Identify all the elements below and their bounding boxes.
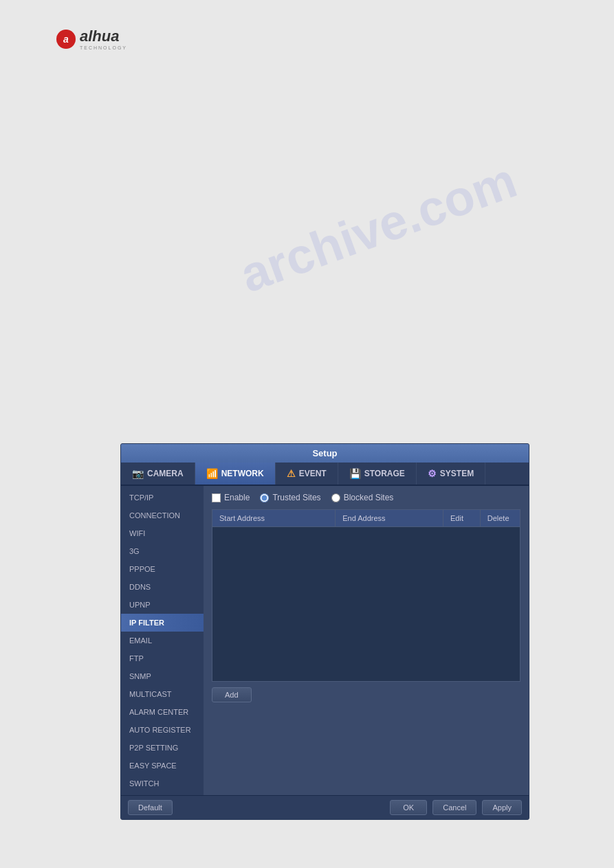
sidebar-item-email[interactable]: EMAIL	[121, 632, 204, 649]
logo-main-text: alhua	[80, 27, 119, 45]
sidebar-item-ftp[interactable]: FTP	[121, 649, 204, 667]
tab-system[interactable]: ⚙ SYSTEM	[417, 463, 485, 485]
sidebar-item-snmp[interactable]: SNMP	[121, 667, 204, 685]
ok-button[interactable]: OK	[390, 800, 427, 815]
sidebar-item-alarmcenter[interactable]: ALARM CENTER	[121, 703, 204, 721]
enable-checkbox[interactable]	[212, 493, 221, 502]
svg-text:a: a	[63, 34, 69, 45]
nav-tabs: 📷 CAMERA 📶 NETWORK ⚠ EVENT 💾 STORAGE ⚙ S…	[121, 463, 529, 486]
table-header-row: Start Address End Address Edit Delete	[212, 510, 520, 527]
enable-label: Enable	[224, 493, 250, 502]
sidebar-item-3g[interactable]: 3G	[121, 542, 204, 560]
content-area: TCP/IP CONNECTION WIFI 3G PPPOE DDNS UPN…	[121, 486, 529, 795]
network-icon: 📶	[206, 468, 218, 479]
blocked-sites-label: Blocked Sites	[344, 493, 394, 502]
sidebar-item-switch[interactable]: SWITCH	[121, 775, 204, 792]
trusted-sites-radio[interactable]	[260, 493, 269, 502]
sidebar-item-easyspace[interactable]: EASY SPACE	[121, 757, 204, 775]
col-edit: Edit	[443, 510, 480, 527]
blocked-sites-radio[interactable]	[331, 493, 340, 502]
col-delete: Delete	[480, 510, 520, 527]
logo-area: a alhua TECHNOLOGY	[55, 27, 127, 50]
sidebar-item-ddns[interactable]: DDNS	[121, 578, 204, 596]
tab-camera-label: CAMERA	[147, 469, 184, 478]
event-icon: ⚠	[287, 468, 296, 479]
apply-button[interactable]: Apply	[482, 800, 522, 815]
filter-controls: Enable Trusted Sites Blocked Sites	[212, 493, 520, 502]
dialog-title: Setup	[312, 448, 337, 458]
bottom-right-buttons: OK Cancel Apply	[390, 800, 522, 815]
sidebar-item-p2psetting[interactable]: P2P SETTING	[121, 739, 204, 757]
dahua-logo-icon: a	[55, 28, 77, 50]
sidebar-item-multicast[interactable]: MULTICAST	[121, 685, 204, 703]
logo-container: a alhua TECHNOLOGY	[55, 27, 127, 50]
sidebar-item-tcpip[interactable]: TCP/IP	[121, 489, 204, 507]
add-button[interactable]: Add	[212, 687, 252, 702]
col-end-address: End Address	[336, 510, 443, 527]
logo-text-group: alhua TECHNOLOGY	[80, 27, 127, 50]
cancel-button[interactable]: Cancel	[432, 800, 476, 815]
tab-camera[interactable]: 📷 CAMERA	[121, 463, 195, 485]
sidebar-item-autoregister[interactable]: AUTO REGISTER	[121, 721, 204, 739]
setup-dialog: Setup 📷 CAMERA 📶 NETWORK ⚠ EVENT 💾 STORA…	[120, 443, 529, 820]
main-panel: Enable Trusted Sites Blocked Sites Start…	[204, 486, 529, 795]
storage-icon: 💾	[349, 468, 361, 479]
sidebar-item-ipfilter[interactable]: IP FILTER	[121, 614, 204, 632]
camera-icon: 📷	[132, 468, 144, 479]
tab-event[interactable]: ⚠ EVENT	[276, 463, 338, 485]
tab-network[interactable]: 📶 NETWORK	[195, 463, 276, 485]
add-row: Add	[212, 687, 520, 702]
trusted-sites-label: Trusted Sites	[272, 493, 320, 502]
tab-system-label: SYSTEM	[440, 469, 474, 478]
watermark: archive.com	[233, 152, 524, 304]
col-start-address: Start Address	[212, 510, 336, 527]
tab-storage[interactable]: 💾 STORAGE	[338, 463, 417, 485]
tab-storage-label: STORAGE	[364, 469, 405, 478]
dialog-title-bar: Setup	[121, 444, 529, 463]
blocked-sites-radio-label[interactable]: Blocked Sites	[331, 493, 394, 502]
logo-sub-text: TECHNOLOGY	[80, 45, 127, 50]
sidebar: TCP/IP CONNECTION WIFI 3G PPPOE DDNS UPN…	[121, 486, 204, 795]
table-body-container	[212, 527, 520, 682]
footer-buttons: Default OK Cancel Apply	[121, 795, 529, 819]
sidebar-item-connection[interactable]: CONNECTION	[121, 507, 204, 524]
tab-network-label: NETWORK	[221, 469, 264, 478]
system-icon: ⚙	[428, 468, 437, 479]
default-button[interactable]: Default	[128, 800, 173, 815]
ip-filter-table: Start Address End Address Edit Delete	[212, 509, 520, 527]
tab-event-label: EVENT	[299, 469, 327, 478]
enable-checkbox-label[interactable]: Enable	[212, 493, 250, 502]
sidebar-item-pppoe[interactable]: PPPOE	[121, 560, 204, 578]
trusted-sites-radio-label[interactable]: Trusted Sites	[260, 493, 320, 502]
sidebar-item-upnp[interactable]: UPNP	[121, 596, 204, 614]
sidebar-item-wifi[interactable]: WIFI	[121, 524, 204, 542]
